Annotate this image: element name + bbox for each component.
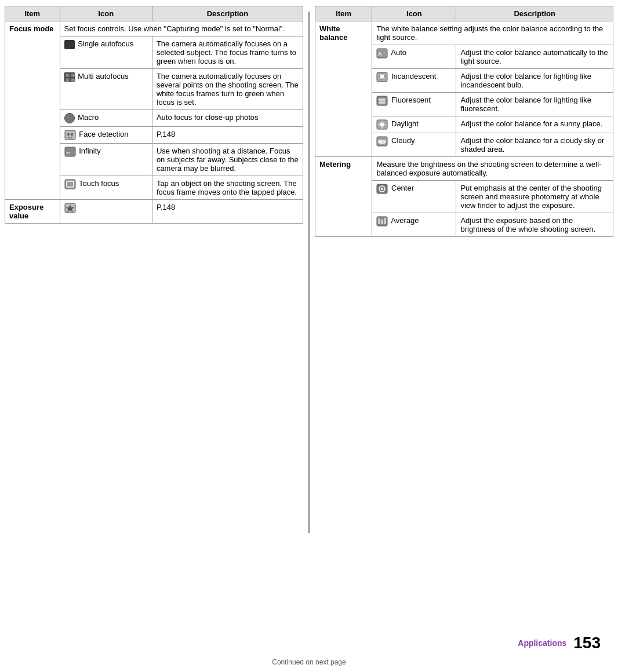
average-label: Average	[391, 216, 419, 225]
multi-autofocus-icon-cell: Multi autofocus	[60, 69, 152, 110]
svg-rect-0	[66, 74, 70, 77]
svg-point-16	[380, 74, 384, 79]
svg-point-25	[380, 122, 384, 127]
infinity-desc: Use when shooting at a distance. Focus o…	[152, 144, 303, 176]
left-header-item: Item	[5, 6, 60, 21]
face-detection-icon-cell: Face detection	[60, 127, 152, 144]
svg-rect-38	[378, 218, 380, 224]
svg-rect-1	[71, 74, 75, 77]
macro-label: Macro	[78, 113, 99, 122]
cloudy-label: Cloudy	[391, 136, 415, 145]
face-detection-desc: P.148	[152, 127, 303, 144]
fluorescent-icon-cell: Fluorescent	[372, 93, 456, 116]
single-autofocus-desc: The camera automatically focuses on a se…	[152, 36, 303, 69]
cloudy-icon	[376, 136, 388, 147]
infinity-icon-cell: ∞ Infinity	[60, 144, 152, 176]
wb-auto-icon-cell: A Auto	[372, 45, 456, 69]
svg-point-5	[67, 133, 70, 136]
center-label: Center	[391, 184, 414, 192]
page-divider	[308, 12, 310, 533]
single-autofocus-label: Single autofocus	[78, 39, 133, 48]
macro-icon-cell: Macro	[60, 110, 152, 127]
page-container: Item Icon Description Focus mode Set foc…	[0, 0, 618, 672]
right-header-item: Item	[315, 6, 372, 21]
right-table-wrap: Item Icon Description White balance The …	[315, 6, 613, 237]
exposure-value-row: Exposure value P.148	[5, 200, 303, 224]
cloudy-icon-cell: Cloudy	[372, 133, 456, 157]
right-header-desc: Description	[456, 6, 613, 21]
metering-header-row: Metering Measure the brightness on the s…	[315, 157, 613, 181]
svg-point-36	[381, 188, 383, 190]
svg-rect-3	[71, 78, 75, 82]
macro-icon	[64, 113, 75, 123]
touch-focus-label: Touch focus	[79, 179, 119, 188]
focus-mode-header-row: Focus mode Set focus controls. Use when …	[5, 21, 303, 36]
focus-mode-item: Focus mode	[5, 21, 60, 200]
infinity-label: Infinity	[79, 147, 101, 155]
right-table: Item Icon Description White balance The …	[315, 6, 613, 237]
daylight-desc: Adjust the color balance for a sunny pla…	[456, 116, 613, 133]
left-table: Item Icon Description Focus mode Set foc…	[5, 6, 303, 224]
svg-rect-40	[384, 218, 386, 224]
fluorescent-label: Fluorescent	[391, 96, 431, 104]
center-desc: Put emphasis at the center of the shooti…	[456, 181, 613, 213]
multi-autofocus-desc: The camera automatically focuses on seve…	[152, 69, 303, 110]
touch-focus-icon	[64, 179, 76, 189]
exposure-value-icon-cell	[60, 200, 152, 224]
face-detection-icon	[64, 130, 76, 140]
daylight-label: Daylight	[391, 119, 419, 128]
tables-row: Item Icon Description Focus mode Set foc…	[0, 0, 618, 545]
left-table-wrap: Item Icon Description Focus mode Set foc…	[5, 6, 303, 224]
left-header-desc: Description	[152, 6, 303, 21]
footer-continued: Continued on next page	[0, 658, 618, 672]
center-icon	[376, 184, 388, 194]
infinity-icon: ∞	[64, 147, 76, 157]
average-icon	[376, 216, 388, 227]
focus-mode-desc: Set focus controls. Use when "Capturing …	[60, 21, 303, 36]
wb-auto-desc: Adjust the color balance automatically t…	[456, 45, 613, 69]
white-balance-header-row: White balance The white balance setting …	[315, 21, 613, 45]
metering-desc: Measure the brightness on the shooting s…	[372, 157, 613, 181]
macro-desc: Auto focus for close-up photos	[152, 110, 303, 127]
fluorescent-icon	[376, 96, 388, 106]
svg-rect-39	[381, 220, 383, 224]
svg-point-6	[71, 133, 73, 136]
white-balance-desc: The white balance setting adjusts the co…	[372, 21, 613, 45]
exposure-value-desc: P.148	[152, 200, 303, 224]
incandescent-desc: Adjust the color balance for lighting li…	[456, 69, 613, 93]
touch-focus-desc: Tap an object on the shooting screen. Th…	[152, 176, 303, 200]
wb-auto-icon: A	[376, 48, 388, 59]
svg-rect-22	[379, 98, 386, 101]
center-icon-cell: Center	[372, 181, 456, 213]
exposure-value-item: Exposure value	[5, 200, 60, 224]
svg-rect-2	[66, 78, 70, 82]
face-detection-label: Face detection	[79, 130, 128, 138]
multi-autofocus-icon	[64, 72, 75, 82]
svg-rect-23	[379, 101, 386, 104]
incandescent-label: Incandescent	[391, 72, 436, 81]
cloudy-desc: Adjust the color balance for a cloudy sk…	[456, 133, 613, 157]
footer-app-label: Applications	[518, 638, 566, 648]
touch-focus-icon-cell: Touch focus	[60, 176, 152, 200]
daylight-icon	[376, 119, 388, 130]
left-header-icon: Icon	[60, 6, 152, 21]
multi-autofocus-label: Multi autofocus	[78, 72, 128, 81]
wb-auto-label: Auto	[391, 48, 406, 57]
white-balance-item: White balance	[315, 21, 372, 157]
incandescent-icon	[376, 72, 388, 82]
svg-text:∞: ∞	[66, 149, 70, 155]
page-footer: Applications 153	[0, 622, 618, 658]
fluorescent-desc: Adjust the color balance for lighting li…	[456, 93, 613, 116]
svg-text:A: A	[378, 51, 382, 57]
footer-page-number: 153	[573, 634, 601, 652]
single-autofocus-icon	[64, 40, 75, 49]
incandescent-icon-cell: Incandescent	[372, 69, 456, 93]
daylight-icon-cell: Daylight	[372, 116, 456, 133]
metering-item: Metering	[315, 157, 372, 237]
svg-point-33	[381, 140, 386, 143]
average-desc: Adjust the exposure based on the brightn…	[456, 213, 613, 237]
right-header-icon: Icon	[372, 6, 456, 21]
average-icon-cell: Average	[372, 213, 456, 237]
single-autofocus-icon-cell: Single autofocus	[60, 36, 152, 69]
exposure-value-icon	[64, 203, 76, 213]
